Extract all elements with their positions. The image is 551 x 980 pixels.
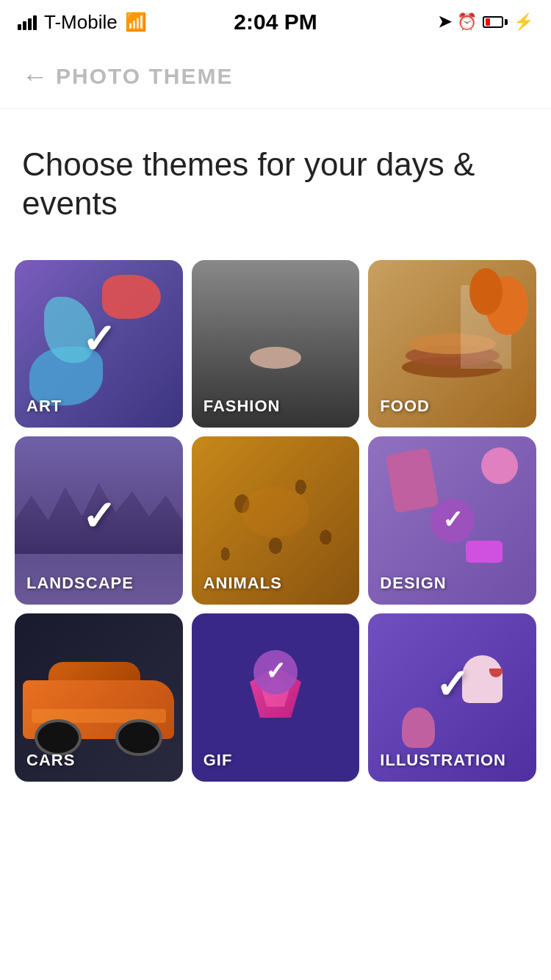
checkmark-design: ✓ <box>442 507 463 532</box>
page-heading: Choose themes for your days & events <box>22 145 529 223</box>
back-button[interactable]: ← PHOTO THEME <box>22 63 233 90</box>
tile-design[interactable]: ✓ DESIGN <box>368 436 536 605</box>
tile-gif[interactable]: ✓ GIF <box>192 613 360 782</box>
food-pumpkin-2 <box>469 268 503 315</box>
art-shape-1 <box>102 275 161 319</box>
tile-fashion-label: FASHION <box>204 397 281 416</box>
car-wheel-right <box>115 719 162 756</box>
tile-landscape-label: LANDSCAPE <box>26 574 134 593</box>
design-circle <box>481 447 518 484</box>
checkmark-landscape: ✓ <box>82 496 116 537</box>
checkmark-design-circle: ✓ <box>431 499 475 543</box>
tile-illustration-label: ILLUSTRATION <box>380 751 506 770</box>
tile-art[interactable]: ✓ ART <box>15 260 183 428</box>
status-time: 2:04 PM <box>234 10 317 35</box>
checkmark-gif-circle: ✓ <box>253 650 298 694</box>
page-header: Choose themes for your days & events <box>0 109 551 245</box>
tile-food-label: FOOD <box>380 397 430 416</box>
checkmark-illustration: ✓ <box>435 664 469 705</box>
tile-fashion[interactable]: FASHION <box>192 260 360 428</box>
animal-eye-area <box>242 487 309 538</box>
status-bar: T-Mobile 📶 2:04 PM ➤ ⏰ ⚡ <box>0 0 551 44</box>
status-left: T-Mobile 📶 <box>18 11 147 34</box>
wifi-icon: 📶 <box>125 12 147 32</box>
nav-bar: ← PHOTO THEME <box>0 44 551 109</box>
checkmark-gif-overlay: ✓ <box>253 650 298 694</box>
alarm-icon: ⏰ <box>457 12 477 32</box>
location-icon: ➤ <box>438 12 451 32</box>
tile-art-label: ART <box>26 397 62 416</box>
tile-cars-label: CARS <box>26 751 75 770</box>
tile-animals-label: ANIMALS <box>204 574 282 593</box>
tile-design-label: DESIGN <box>380 574 446 593</box>
signal-icon <box>18 14 37 30</box>
carrier-label: T-Mobile <box>44 11 118 34</box>
checkmark-design-overlay: ✓ <box>431 499 475 543</box>
checkmark-art: ✓ <box>82 319 116 360</box>
status-right: ➤ ⏰ ⚡ <box>438 12 533 32</box>
tile-cars[interactable]: CARS <box>15 613 183 782</box>
theme-grid: ✓ ART FASHION FOOD ✓ LANDSC <box>0 245 551 796</box>
tile-illustration[interactable]: ✓ ILLUSTRATION <box>368 613 536 782</box>
tile-gif-label: GIF <box>204 751 233 770</box>
charging-icon: ⚡ <box>514 12 533 32</box>
illus-char-2 <box>402 707 435 748</box>
checkmark-gif: ✓ <box>265 658 286 683</box>
fashion-lips <box>250 347 301 369</box>
battery-icon <box>483 16 508 28</box>
tile-animals[interactable]: ANIMALS <box>192 436 360 605</box>
tile-landscape[interactable]: ✓ LANDSCAPE <box>15 436 183 605</box>
tile-food[interactable]: FOOD <box>368 260 536 428</box>
nav-title: PHOTO THEME <box>56 64 233 89</box>
design-shape-2 <box>466 541 503 563</box>
back-arrow-icon: ← <box>22 63 48 90</box>
